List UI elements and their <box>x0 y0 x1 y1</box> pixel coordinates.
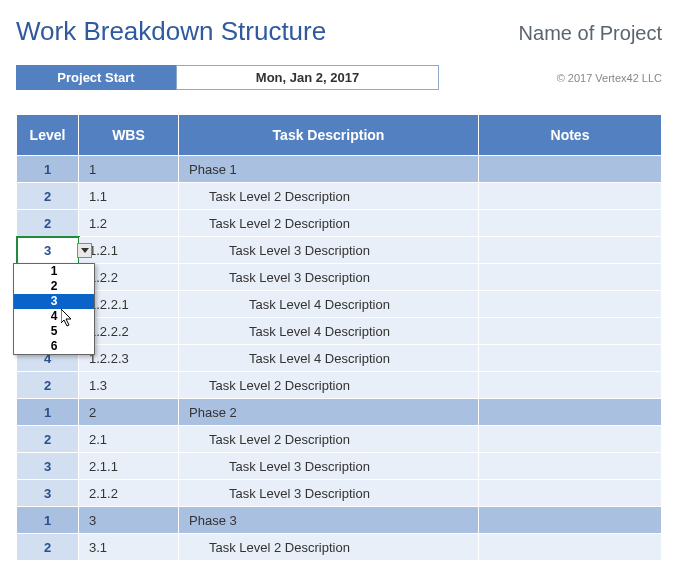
dropdown-option[interactable]: 6 <box>14 339 94 354</box>
description-cell[interactable]: Task Level 2 Description <box>179 372 479 399</box>
description-cell[interactable]: Task Level 4 Description <box>179 318 479 345</box>
table-row: 41.2.2.2Task Level 4 Description <box>17 318 662 345</box>
dropdown-option[interactable]: 4 <box>14 309 94 324</box>
col-level[interactable]: Level <box>17 115 79 156</box>
wbs-cell[interactable]: 1.1 <box>79 183 179 210</box>
description-cell[interactable]: Task Level 3 Description <box>179 237 479 264</box>
level-cell[interactable]: 3 <box>17 453 79 480</box>
level-cell[interactable]: 3 <box>17 480 79 507</box>
description-cell[interactable]: Task Level 2 Description <box>179 534 479 561</box>
level-cell[interactable]: 2 <box>17 534 79 561</box>
table-row: 41.2.2.3Task Level 4 Description <box>17 345 662 372</box>
wbs-cell[interactable]: 2 <box>79 399 179 426</box>
notes-cell[interactable] <box>479 372 662 399</box>
level-cell[interactable]: 3123456 <box>17 237 79 264</box>
notes-cell[interactable] <box>479 183 662 210</box>
project-start-label: Project Start <box>16 65 176 90</box>
notes-cell[interactable] <box>479 453 662 480</box>
description-cell[interactable]: Task Level 3 Description <box>179 264 479 291</box>
notes-cell[interactable] <box>479 264 662 291</box>
notes-cell[interactable] <box>479 480 662 507</box>
notes-cell[interactable] <box>479 426 662 453</box>
project-name: Name of Project <box>519 22 662 45</box>
table-row: 12Phase 2 <box>17 399 662 426</box>
wbs-cell[interactable]: 1.2 <box>79 210 179 237</box>
wbs-cell[interactable]: 2.1.2 <box>79 480 179 507</box>
description-cell[interactable]: Task Level 2 Description <box>179 426 479 453</box>
wbs-cell[interactable]: 2.1.1 <box>79 453 179 480</box>
wbs-cell[interactable]: 1.2.1 <box>79 237 179 264</box>
notes-cell[interactable] <box>479 210 662 237</box>
table-row: 21.1Task Level 2 Description <box>17 183 662 210</box>
table-row: 32.1.1Task Level 3 Description <box>17 453 662 480</box>
description-cell[interactable]: Task Level 4 Description <box>179 345 479 372</box>
description-cell[interactable]: Phase 1 <box>179 156 479 183</box>
wbs-cell[interactable]: 1.3 <box>79 372 179 399</box>
dropdown-option[interactable]: 5 <box>14 324 94 339</box>
level-cell[interactable]: 1 <box>17 156 79 183</box>
table-header-row: Level WBS Task Description Notes <box>17 115 662 156</box>
table-row: 31.2.2Task Level 3 Description <box>17 264 662 291</box>
table-row: 21.2Task Level 2 Description <box>17 210 662 237</box>
col-notes[interactable]: Notes <box>479 115 662 156</box>
level-cell[interactable]: 1 <box>17 507 79 534</box>
description-cell[interactable]: Task Level 3 Description <box>179 480 479 507</box>
page-title: Work Breakdown Structure <box>16 16 326 47</box>
dropdown-button[interactable] <box>77 243 92 258</box>
wbs-cell[interactable]: 3 <box>79 507 179 534</box>
col-wbs[interactable]: WBS <box>79 115 179 156</box>
notes-cell[interactable] <box>479 291 662 318</box>
table-row: 13Phase 3 <box>17 507 662 534</box>
dropdown-list[interactable]: 123456 <box>13 263 95 355</box>
notes-cell[interactable] <box>479 507 662 534</box>
dropdown-option[interactable]: 2 <box>14 279 94 294</box>
level-cell[interactable]: 2 <box>17 183 79 210</box>
dropdown-option[interactable]: 3 <box>14 294 94 309</box>
description-cell[interactable]: Phase 2 <box>179 399 479 426</box>
wbs-cell[interactable]: 3.1 <box>79 534 179 561</box>
table-row: 11Phase 1 <box>17 156 662 183</box>
notes-cell[interactable] <box>479 318 662 345</box>
col-desc[interactable]: Task Description <box>179 115 479 156</box>
notes-cell[interactable] <box>479 156 662 183</box>
header: Work Breakdown Structure Name of Project <box>16 16 662 47</box>
description-cell[interactable]: Task Level 2 Description <box>179 183 479 210</box>
table-row: 21.3Task Level 2 Description <box>17 372 662 399</box>
dropdown-option[interactable]: 1 <box>14 264 94 279</box>
level-cell[interactable]: 2 <box>17 426 79 453</box>
level-cell[interactable]: 2 <box>17 210 79 237</box>
notes-cell[interactable] <box>479 399 662 426</box>
wbs-cell[interactable]: 2.1 <box>79 426 179 453</box>
wbs-table: Level WBS Task Description Notes 11Phase… <box>16 114 662 561</box>
table-row: 23.1Task Level 2 Description <box>17 534 662 561</box>
project-start-date[interactable]: Mon, Jan 2, 2017 <box>176 65 439 90</box>
copyright: © 2017 Vertex42 LLC <box>557 72 662 84</box>
description-cell[interactable]: Task Level 4 Description <box>179 291 479 318</box>
level-cell[interactable]: 2 <box>17 372 79 399</box>
level-cell[interactable]: 1 <box>17 399 79 426</box>
table-row: 32.1.2Task Level 3 Description <box>17 480 662 507</box>
description-cell[interactable]: Phase 3 <box>179 507 479 534</box>
table-row: 41.2.2.1Task Level 4 Description <box>17 291 662 318</box>
notes-cell[interactable] <box>479 345 662 372</box>
description-cell[interactable]: Task Level 2 Description <box>179 210 479 237</box>
description-cell[interactable]: Task Level 3 Description <box>179 453 479 480</box>
notes-cell[interactable] <box>479 237 662 264</box>
notes-cell[interactable] <box>479 534 662 561</box>
wbs-cell[interactable]: 1 <box>79 156 179 183</box>
project-start-row: Project Start Mon, Jan 2, 2017 © 2017 Ve… <box>16 65 662 90</box>
table-row: 31234561.2.1Task Level 3 Description <box>17 237 662 264</box>
table-row: 22.1Task Level 2 Description <box>17 426 662 453</box>
